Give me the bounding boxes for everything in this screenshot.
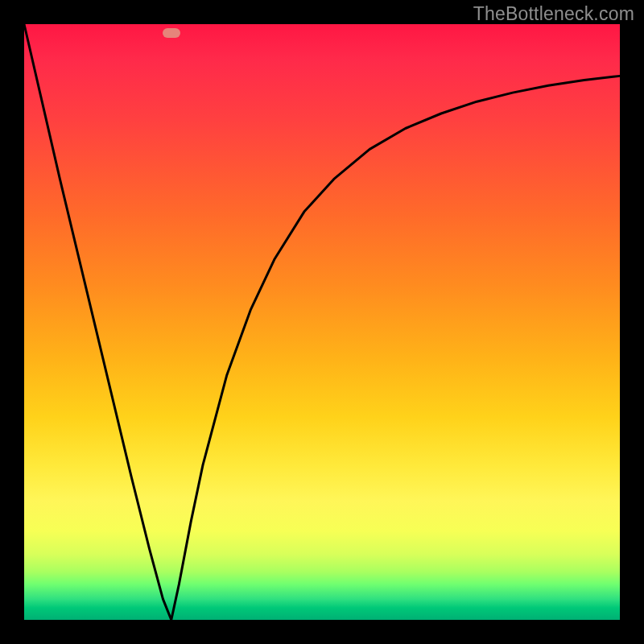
bottleneck-curve [24,24,620,620]
plot-area [24,24,620,620]
chart-frame: TheBottleneck.com [0,0,644,644]
highlight-marker [163,28,180,38]
watermark-text: TheBottleneck.com [473,3,634,25]
curve-svg [24,24,620,620]
